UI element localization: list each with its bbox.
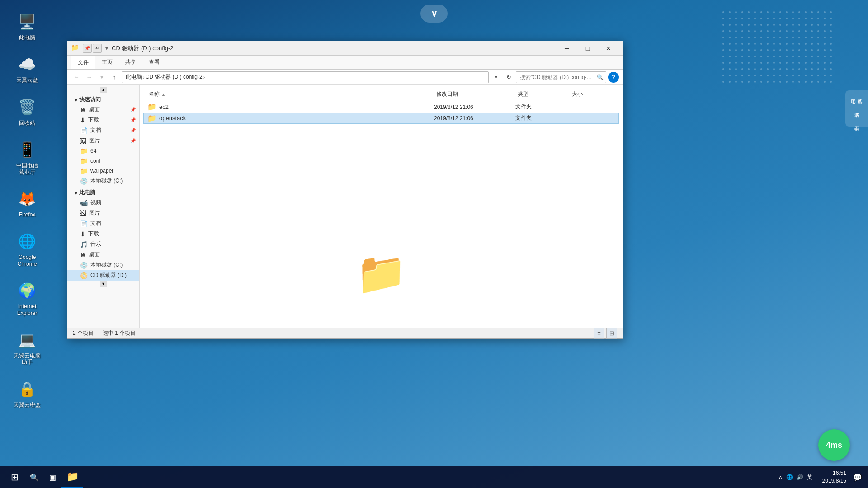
taskbar-file-explorer-icon: 📁 — [66, 471, 79, 483]
taskbar-file-explorer[interactable]: 📁 — [61, 466, 83, 488]
maximize-button[interactable]: □ — [577, 41, 598, 56]
scroll-down-button[interactable]: ∨ — [420, 5, 448, 23]
sidebar-item-cd-d[interactable]: 📀 CD 驱动器 (D:) — [67, 270, 139, 281]
sidebar-item-local-c[interactable]: 💿 本地磁盘 (C:) — [67, 176, 139, 186]
quick-access-label: 快速访问 — [79, 96, 101, 103]
this-pc-label: 此电脑 — [19, 34, 35, 41]
sidebar-item-downloads[interactable]: ⬇ 下载 📌 — [67, 115, 139, 125]
sidebar-downloads2-label: 下载 — [88, 230, 99, 238]
sidebar-item-wallpaper[interactable]: 📁 wallpaper — [67, 166, 139, 176]
sidebar-item-pictures[interactable]: 🖼 图片 📌 — [67, 136, 139, 146]
sidebar-item-desktop[interactable]: 🖥 桌面 📌 — [67, 104, 139, 115]
column-header-name[interactable]: 名称 ▲ — [147, 89, 434, 100]
taskbar: ⊞ 🔍 ▣ 📁 ∧ 🌐 🔊 英 16:51 2019/8/16 💬 — [0, 466, 868, 488]
minimize-button[interactable]: ─ — [557, 41, 577, 56]
sort-arrow-name: ▲ — [161, 92, 165, 97]
title-bar-pin-button[interactable]: 📌 — [83, 44, 92, 53]
column-header-modified[interactable]: 修改日期 — [434, 89, 516, 100]
desktop-icon-ie[interactable]: 🌍 InternetExplorer — [9, 278, 45, 318]
nav-back-button[interactable]: ← — [71, 72, 82, 83]
sidebar-item-pictures2[interactable]: 🖼 图片 — [67, 208, 139, 218]
help-button[interactable]: ? — [608, 72, 619, 83]
start-icon: ⊞ — [11, 472, 19, 483]
column-header-type[interactable]: 类型 — [516, 89, 570, 100]
sidebar-item-docs[interactable]: 📄 文档 📌 — [67, 125, 139, 136]
taskbar-clock[interactable]: 16:51 2019/8/16 — [818, 469, 851, 485]
sidebar-item-desktop2[interactable]: 🖥 桌面 — [67, 249, 139, 260]
sidebar-desktop-label: 桌面 — [89, 106, 100, 113]
sidebar-item-64[interactable]: 📁 64 — [67, 146, 139, 156]
title-bar-folder-icon: 📁 — [71, 44, 80, 53]
desktop-icon-tianyi-assistant[interactable]: 💻 天翼云电脑助手 — [9, 327, 45, 367]
desktop-icon-recycle-bin[interactable]: 🗑️ 回收站 — [9, 94, 45, 128]
sys-tray-volume-icon[interactable]: 🔊 — [797, 474, 803, 480]
local-c-disk-icon: 💿 — [80, 178, 88, 185]
downloads-folder-icon: ⬇ — [80, 117, 85, 124]
desktop2-icon: 🖥 — [80, 251, 86, 258]
task-view-button[interactable]: ▣ — [43, 466, 61, 488]
taskbar-notification-button[interactable]: 💬 — [851, 466, 864, 488]
address-dropdown-button[interactable]: ▾ — [491, 72, 501, 83]
status-item-count: 2 个项目 — [73, 329, 94, 337]
status-selected-count: 选中 1 个项目 — [103, 329, 136, 337]
column-header-size[interactable]: 大小 — [570, 89, 615, 100]
sidebar-scroll-down[interactable]: ▼ — [100, 281, 107, 287]
sys-tray-network-icon[interactable]: 🌐 — [786, 474, 793, 480]
address-refresh-button[interactable]: ↻ — [503, 72, 514, 83]
sidebar: ▲ ▾ 快速访问 🖥 桌面 📌 ⬇ 下载 📌 📄 文档 📌 — [67, 85, 140, 328]
folder-wallpaper-icon: 📁 — [80, 167, 88, 174]
explorer-body: ▲ ▾ 快速访问 🖥 桌面 📌 ⬇ 下载 📌 📄 文档 📌 — [67, 85, 623, 328]
address-path[interactable]: 此电脑 › CD 驱动器 (D:) config-2 › — [122, 71, 489, 83]
desktop-icon-tianyi-cloud[interactable]: ☁️ 天翼云盘 — [9, 52, 45, 85]
pictures-folder-icon: 🖼 — [80, 137, 86, 145]
sidebar-item-downloads2[interactable]: ⬇ 下载 — [67, 229, 139, 239]
tab-view[interactable]: 查看 — [142, 56, 166, 69]
desktop-icon-firefox[interactable]: 🦊 Firefox — [9, 186, 45, 220]
file-row-ec2[interactable]: 📁 ec2 2019/8/12 21:06 文件夹 — [143, 101, 619, 113]
desktop-icon-tianyi-vault[interactable]: 🔒 天翼云密盒 — [9, 376, 45, 410]
tianyi-vault-icon: 🔒 — [16, 378, 38, 400]
taskbar-search-button[interactable]: 🔍 — [25, 466, 43, 488]
folder-conf-icon: 📁 — [80, 157, 88, 164]
task-view-icon: ▣ — [49, 473, 56, 482]
sidebar-quick-access[interactable]: ▾ 快速访问 — [67, 93, 139, 104]
downloads2-icon: ⬇ — [80, 230, 85, 238]
openstack-folder-icon: 📁 — [147, 114, 156, 122]
title-bar-controls: ─ □ ✕ — [557, 41, 619, 56]
this-pc-icon: 🖥️ — [16, 11, 38, 33]
desktop-pin-icon: 📌 — [130, 107, 136, 112]
tab-file[interactable]: 文件 — [71, 56, 95, 69]
desktop-icon-this-pc[interactable]: 🖥️ 此电脑 — [9, 9, 45, 42]
sidebar-item-local-c2[interactable]: 💿 本地磁盘 (C:) — [67, 260, 139, 270]
tianyi-cloud-label: 天翼云盘 — [16, 77, 38, 83]
title-bar-undo-button[interactable]: ↩ — [93, 44, 102, 53]
tianyi-vault-label: 天翼云密盒 — [14, 402, 41, 408]
desktop-icon-china-telecom[interactable]: 📱 中国电信营业厅 — [9, 137, 45, 177]
close-button[interactable]: ✕ — [598, 41, 619, 56]
tab-share[interactable]: 共享 — [119, 56, 142, 69]
sidebar-scroll-up[interactable]: ▲ — [100, 87, 107, 93]
desktop-icon-chrome[interactable]: 🌐 GoogleChrome — [9, 229, 45, 269]
sidebar-this-pc[interactable]: ▾ 此电脑 — [67, 186, 139, 197]
sidebar-item-music[interactable]: 🎵 音乐 — [67, 239, 139, 249]
sys-tray-lang[interactable]: 英 — [807, 474, 812, 481]
sidebar-item-videos[interactable]: 📹 视频 — [67, 197, 139, 208]
sys-tray-chevron[interactable]: ∧ — [778, 474, 783, 480]
sidebar-videos-label: 视频 — [90, 199, 101, 206]
sidebar-wallpaper-label: wallpaper — [90, 168, 113, 174]
start-button[interactable]: ⊞ — [4, 466, 25, 488]
nav-forward-button[interactable]: → — [84, 72, 94, 83]
tab-home[interactable]: 主页 — [95, 56, 119, 69]
view-tiles-button[interactable]: ⊞ — [606, 328, 617, 339]
nav-up-button[interactable]: ↑ — [109, 72, 120, 83]
openstack-date: 2019/8/12 21:06 — [434, 115, 515, 122]
file-row-openstack[interactable]: 📁 openstack 2019/8/12 21:06 文件夹 — [143, 113, 619, 124]
view-details-button[interactable]: ≡ — [594, 328, 604, 339]
china-telecom-label: 中国电信营业厅 — [16, 162, 38, 175]
nav-recent-button[interactable]: ▾ — [96, 72, 107, 83]
sidebar-item-conf[interactable]: 📁 conf — [67, 156, 139, 166]
ec2-folder-icon: 📁 — [147, 103, 156, 111]
search-input[interactable] — [516, 71, 606, 83]
docs-folder-icon: 📄 — [80, 127, 88, 134]
sidebar-item-docs2[interactable]: 📄 文档 — [67, 218, 139, 229]
